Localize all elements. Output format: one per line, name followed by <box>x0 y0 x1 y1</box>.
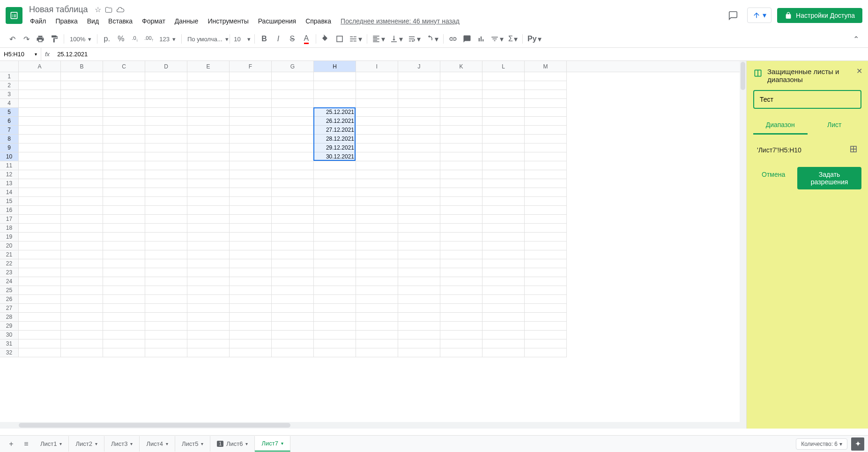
move-icon[interactable] <box>105 6 112 14</box>
cell[interactable] <box>440 259 482 268</box>
cell[interactable] <box>272 215 314 224</box>
cancel-button[interactable]: Отмена <box>753 167 794 189</box>
cell[interactable] <box>230 81 272 90</box>
col-header-K[interactable]: K <box>440 61 482 72</box>
cell[interactable] <box>19 161 61 170</box>
cell[interactable] <box>482 295 525 304</box>
cell[interactable] <box>482 331 525 339</box>
rotate-btn[interactable]: ▾ <box>423 32 440 45</box>
menu-data[interactable]: Данные <box>171 15 202 27</box>
cell[interactable] <box>314 277 356 286</box>
cell[interactable] <box>61 143 103 152</box>
cell[interactable] <box>187 313 230 322</box>
redo-icon[interactable]: ↷ <box>20 32 33 45</box>
col-header-J[interactable]: J <box>398 61 440 72</box>
cell[interactable] <box>525 322 567 331</box>
cell[interactable] <box>145 277 187 286</box>
cell[interactable] <box>145 331 187 339</box>
cell[interactable] <box>440 197 482 206</box>
menu-file[interactable]: Файл <box>26 15 50 27</box>
cell[interactable] <box>398 152 440 161</box>
row-header[interactable]: 11 <box>0 161 19 170</box>
decimal-increase-btn[interactable]: .00↑ <box>142 32 156 45</box>
paint-format-icon[interactable] <box>48 32 61 45</box>
cell[interactable] <box>61 161 103 170</box>
text-color-btn[interactable]: A <box>300 32 313 45</box>
explore-icon[interactable]: ✦ <box>851 437 864 451</box>
collapse-toolbar-icon[interactable]: ⌃ <box>849 32 862 45</box>
cell[interactable]: 30.12.2021 <box>314 152 356 161</box>
fill-color-btn[interactable] <box>319 32 332 45</box>
cell[interactable] <box>482 224 525 233</box>
cell[interactable] <box>272 143 314 152</box>
description-input[interactable] <box>753 90 861 109</box>
cell[interactable] <box>398 99 440 108</box>
cell[interactable] <box>145 170 187 179</box>
cell[interactable] <box>356 161 398 170</box>
cell[interactable] <box>356 179 398 188</box>
cell[interactable] <box>145 99 187 108</box>
col-header-G[interactable]: G <box>272 61 314 72</box>
row-header[interactable]: 28 <box>0 313 19 322</box>
cell[interactable] <box>398 179 440 188</box>
cell[interactable] <box>145 259 187 268</box>
cell[interactable] <box>145 81 187 90</box>
col-header-F[interactable]: F <box>230 61 272 72</box>
cell[interactable] <box>482 99 525 108</box>
cell[interactable] <box>440 81 482 90</box>
cell[interactable] <box>61 99 103 108</box>
cell[interactable] <box>356 117 398 126</box>
cell[interactable] <box>187 135 230 143</box>
col-header-D[interactable]: D <box>145 61 187 72</box>
cell[interactable] <box>525 152 567 161</box>
cell[interactable] <box>145 250 187 259</box>
cell[interactable] <box>398 241 440 250</box>
cell[interactable] <box>61 179 103 188</box>
h-align-btn[interactable]: ▾ <box>370 32 387 45</box>
horizontal-scrollbar[interactable] <box>0 422 740 429</box>
cell[interactable] <box>440 304 482 313</box>
cell[interactable] <box>187 348 230 357</box>
cell[interactable]: 27.12.2021 <box>314 126 356 135</box>
cell[interactable] <box>103 90 145 99</box>
cell[interactable] <box>103 215 145 224</box>
row-header[interactable]: 14 <box>0 188 19 197</box>
cell[interactable] <box>230 90 272 99</box>
strike-btn[interactable]: S <box>286 32 299 45</box>
cell[interactable] <box>187 224 230 233</box>
cell[interactable] <box>230 277 272 286</box>
cell[interactable] <box>272 152 314 161</box>
cell[interactable] <box>398 313 440 322</box>
cell[interactable] <box>272 81 314 90</box>
cell[interactable] <box>187 206 230 215</box>
cell[interactable] <box>356 268 398 277</box>
sheet-tab[interactable]: Лист1▾ <box>34 436 69 452</box>
cell[interactable] <box>482 90 525 99</box>
cell[interactable] <box>440 108 482 117</box>
cell[interactable] <box>230 295 272 304</box>
cell[interactable] <box>103 286 145 295</box>
cell[interactable] <box>230 99 272 108</box>
cell[interactable] <box>230 348 272 357</box>
cell[interactable] <box>440 170 482 179</box>
font-size-selector[interactable]: 10▾ <box>233 36 252 43</box>
star-icon[interactable]: ☆ <box>95 5 101 14</box>
cell[interactable] <box>187 81 230 90</box>
cell[interactable] <box>103 179 145 188</box>
cell[interactable] <box>61 339 103 348</box>
merge-cells-btn[interactable]: ▾ <box>347 32 364 45</box>
cell[interactable] <box>103 348 145 357</box>
cell[interactable] <box>103 188 145 197</box>
present-button[interactable]: ▾ <box>747 8 772 23</box>
cell[interactable] <box>61 286 103 295</box>
cell[interactable] <box>61 268 103 277</box>
cell[interactable] <box>314 348 356 357</box>
cell[interactable] <box>103 161 145 170</box>
cell[interactable]: 28.12.2021 <box>314 135 356 143</box>
cell[interactable] <box>482 286 525 295</box>
cell[interactable] <box>187 259 230 268</box>
row-header[interactable]: 13 <box>0 179 19 188</box>
share-button[interactable]: Настройки Доступа <box>777 8 862 23</box>
chart-btn[interactable] <box>475 32 488 45</box>
cell[interactable] <box>187 179 230 188</box>
